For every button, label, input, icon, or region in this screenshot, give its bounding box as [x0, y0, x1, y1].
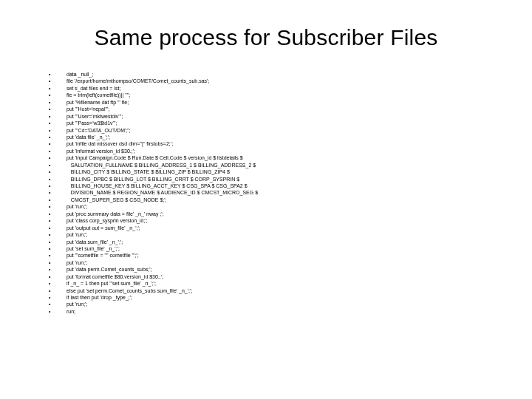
code-line: •if last then put 'drop _type_;'; [49, 294, 497, 301]
bullet-icon: • [49, 140, 66, 147]
code-line: •put '%filename dat ftp "' fle; [49, 99, 497, 106]
bullet-icon: • [49, 217, 66, 224]
bullet-icon: • [49, 162, 66, 168]
bullet-icon: • [49, 189, 66, 196]
code-text: put 'input Campaign.Code $ Run.Date $ Ce… [66, 154, 243, 161]
bullet-icon: • [49, 203, 66, 210]
bullet-icon: • [49, 85, 66, 92]
slide-title: Same process for Subscriber Files [35, 25, 497, 50]
bullet-icon: • [49, 92, 66, 98]
code-text: put 'run;'; [66, 301, 87, 307]
code-line: •put 'proc summary data = file' _n_' nwa… [49, 211, 497, 217]
code-line: • SALUTATION_FULLNAME $ BILLING_ADDRESS_… [49, 162, 497, 168]
bullet-icon: • [49, 148, 66, 154]
code-line: •put 'output out = sum_file' _n_';'; [49, 225, 497, 231]
bullet-icon: • [49, 71, 66, 78]
bullet-icon: • [49, 245, 66, 252]
code-text: put 'output out = sum_file' _n_';'; [66, 225, 140, 231]
bullet-icon: • [49, 308, 66, 315]
bullet-icon: • [49, 287, 66, 294]
code-line: •put 'input Campaign.Code $ Run.Date $ C… [49, 154, 497, 161]
code-line: •put '"cometfile = "'' cometfile '";'; [49, 252, 497, 259]
code-text: BILLING_HOUSE_KEY $ BILLING_ACCT_KEY $ C… [66, 183, 248, 189]
code-line: •put 'infile dat missover dsd dlm="|" fi… [49, 140, 497, 147]
code-text: put 'run;'; [66, 259, 87, 266]
code-text: put 'data perm.Comet_counts_subs;'; [66, 266, 152, 273]
bullet-icon: • [49, 294, 66, 301]
bullet-icon: • [49, 231, 66, 238]
code-line: •put 'informat version_id $30.;'; [49, 148, 497, 154]
code-line: •put 'set sum_file' _n_';'; [49, 245, 497, 252]
bullet-icon: • [49, 211, 66, 217]
bullet-icon: • [49, 154, 66, 161]
code-line: •if _n_ = 1 then put '"set sum_file' _n_… [49, 280, 497, 287]
code-line: •put 'data perm.Comet_counts_subs;'; [49, 266, 497, 273]
code-line: •put 'run;'; [49, 301, 497, 307]
code-text: CMCST_SUPER_SEG $ CSG_NODE $;'; [66, 197, 167, 203]
bullet-icon: • [49, 197, 66, 203]
code-line: •put '"User='mktwestdiv'"; [49, 113, 497, 120]
bullet-icon: • [49, 273, 66, 280]
code-line: •put '"Host='nepal'"; [49, 106, 497, 112]
code-text: put 'data file' _n_';'; [66, 134, 110, 140]
code-line: •data _null_; [49, 71, 497, 78]
code-line: • CMCST_SUPER_SEG $ CSG_NODE $;'; [49, 197, 497, 203]
bullet-icon: • [49, 78, 66, 84]
bullet-icon: • [49, 183, 66, 189]
code-text: SALUTATION_FULLNAME $ BILLING_ADDRESS_1 … [66, 162, 256, 168]
slide: Same process for Subscriber Files •data … [0, 0, 532, 399]
code-line: •set s_dat files end = lst; [49, 85, 497, 92]
code-line: •put 'run;'; [49, 259, 497, 266]
code-line: •put '"Pass='w3$td1v'"; [49, 120, 497, 126]
code-text: put '%filename dat ftp "' fle; [66, 99, 129, 106]
code-block: •data _null_;•file '/export/home/mthomps… [49, 71, 497, 315]
code-text: put 'format cometfile $80.version_id $30… [66, 273, 163, 280]
code-text: DIVISION_NAME $ REGION_NAME $ AUDIENCE_I… [66, 189, 258, 196]
code-text: file '/export/home/mthompso/COMET/Comet_… [66, 78, 209, 84]
bullet-icon: • [49, 168, 66, 175]
bullet-icon: • [49, 252, 66, 259]
code-text: else put 'set perm.Comet_counts_subs sum… [66, 287, 192, 294]
code-text: put '"Pass='w3$td1v'"; [66, 120, 117, 126]
code-text: put '"Cd='DATA_OUT/DM';"; [66, 127, 131, 134]
code-line: •else put 'set perm.Comet_counts_subs su… [49, 287, 497, 294]
code-text: put 'class corp_sysprin version_id;'; [66, 217, 148, 224]
bullet-icon: • [49, 176, 66, 183]
code-text: run; [66, 308, 75, 315]
code-text: BILLING_CITY $ BILLING_STATE $ BILLING_Z… [66, 168, 230, 175]
bullet-icon: • [49, 113, 66, 120]
code-text: set s_dat files end = lst; [66, 85, 120, 92]
bullet-icon: • [49, 225, 66, 231]
code-line: •fle = trim(left(cometfile))|| '"'; [49, 92, 497, 98]
code-line: •put 'data file' _n_';'; [49, 134, 497, 140]
bullet-icon: • [49, 266, 66, 273]
bullet-icon: • [49, 106, 66, 112]
code-text: if last then put 'drop _type_;'; [66, 294, 132, 301]
code-line: •put 'data sum_file' _n_';'; [49, 239, 497, 245]
code-line: •put '"Cd='DATA_OUT/DM';"; [49, 127, 497, 134]
code-line: •put 'class corp_sysprin version_id;'; [49, 217, 497, 224]
code-line: •file '/export/home/mthompso/COMET/Comet… [49, 78, 497, 84]
code-text: put '"cometfile = "'' cometfile '";'; [66, 252, 139, 259]
bullet-icon: • [49, 99, 66, 106]
bullet-icon: • [49, 134, 66, 140]
code-line: •put 'run;'; [49, 203, 497, 210]
code-line: •run; [49, 308, 497, 315]
bullet-icon: • [49, 301, 66, 307]
code-text: fle = trim(left(cometfile))|| '"'; [66, 92, 130, 98]
bullet-icon: • [49, 239, 66, 245]
code-line: • BILLING_DPBC $ BILLING_LOT $ BILLING_C… [49, 176, 497, 183]
code-text: data _null_; [66, 71, 93, 78]
code-line: •put 'run;'; [49, 231, 497, 238]
code-line: • DIVISION_NAME $ REGION_NAME $ AUDIENCE… [49, 189, 497, 196]
code-text: put 'run;'; [66, 203, 87, 210]
code-text: put 'data sum_file' _n_';'; [66, 239, 123, 245]
bullet-icon: • [49, 120, 66, 126]
code-text: put 'run;'; [66, 231, 87, 238]
code-line: •put 'format cometfile $80.version_id $3… [49, 273, 497, 280]
code-text: BILLING_DPBC $ BILLING_LOT $ BILLING_CRR… [66, 176, 239, 183]
code-text: put '"Host='nepal'"; [66, 106, 109, 112]
code-text: put 'set sum_file' _n_';'; [66, 245, 120, 252]
code-text: put '"User='mktwestdiv'"; [66, 113, 123, 120]
code-text: put 'proc summary data = file' _n_' nway… [66, 211, 164, 217]
